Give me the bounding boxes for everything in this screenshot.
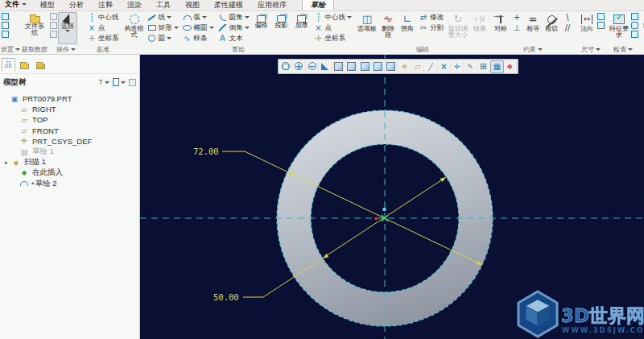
group-label-constrain[interactable]: 约束 bbox=[490, 44, 576, 54]
tree-item-sketch-2[interactable]: * 草绘 2 bbox=[3, 179, 139, 189]
tree-filter-button[interactable]: T bbox=[99, 78, 110, 86]
tree-item-csys[interactable]: PRT_CSYS_DEF bbox=[3, 136, 139, 147]
baseline-dimension-icon[interactable] bbox=[597, 22, 605, 29]
dimension-value-inner[interactable]: 50.00 bbox=[213, 292, 239, 302]
construction-mode-button[interactable]: 构造模式 bbox=[124, 12, 145, 39]
tree-collapse-button[interactable] bbox=[129, 79, 136, 86]
display-style-icon[interactable] bbox=[332, 60, 345, 73]
spline-button[interactable]: ∿ 样条 bbox=[181, 33, 216, 43]
group-label-inspect[interactable]: 检查 bbox=[606, 44, 640, 54]
group-label-operations[interactable]: 操作 bbox=[48, 44, 84, 54]
tree-item-part[interactable]: PRT0079.PRT bbox=[3, 93, 139, 104]
vertex-handle[interactable] bbox=[383, 208, 386, 211]
divide-button[interactable]: ✂ 分割 bbox=[417, 23, 445, 33]
modify-button[interactable]: ⇄ 修改 bbox=[417, 12, 445, 23]
setup-icon-3[interactable] bbox=[2, 31, 9, 38]
symmetric-button[interactable]: 对称 bbox=[492, 12, 510, 32]
perspective-view-icon[interactable] bbox=[385, 60, 398, 73]
setup-icon-2[interactable] bbox=[2, 22, 9, 29]
annotation-display-icon[interactable] bbox=[464, 60, 477, 73]
corner-button[interactable]: ∟ 拐角 bbox=[398, 12, 416, 32]
palette-button[interactable]: ◫ 选项板 bbox=[357, 12, 378, 32]
group-label-dimension[interactable]: 尺寸 bbox=[576, 44, 606, 54]
construction-point-button[interactable]: × 点 bbox=[312, 23, 354, 33]
perimeter-dimension-icon[interactable] bbox=[597, 13, 605, 20]
ribbon-tab[interactable]: 视图 bbox=[178, 0, 207, 10]
project-button[interactable]: 投影 bbox=[272, 12, 291, 29]
tree-item-insert-here[interactable]: 在此插入 bbox=[3, 167, 139, 178]
ribbon-tab[interactable]: 渲染 bbox=[120, 0, 149, 10]
mirror-button[interactable]: 镜像 bbox=[471, 12, 489, 32]
setup-icon-1[interactable] bbox=[2, 13, 9, 20]
rotate-resize-button[interactable]: ↻ 旋转调整大小 bbox=[446, 12, 470, 39]
vertical-constraint-button[interactable]: + bbox=[510, 12, 523, 23]
plane-display-icon[interactable] bbox=[411, 60, 424, 73]
ribbon-tab[interactable]: 工具 bbox=[149, 0, 178, 10]
saved-orientations-icon[interactable] bbox=[345, 60, 358, 73]
sketch-view-icon[interactable] bbox=[477, 60, 490, 73]
designate-icon[interactable] bbox=[504, 60, 517, 73]
overlapping-geometry-icon[interactable] bbox=[631, 31, 638, 38]
view-manager-icon[interactable] bbox=[358, 60, 371, 73]
line-button[interactable]: 线 bbox=[146, 12, 180, 23]
midpoint-constraint-button[interactable]: \ bbox=[561, 12, 574, 23]
parallel-constraint-button[interactable]: // bbox=[561, 23, 574, 33]
file-system-button[interactable]: 文件系统 bbox=[23, 12, 47, 37]
tree-item-top-plane[interactable]: TOP bbox=[3, 114, 139, 125]
normal-dimension-button[interactable]: ↔ 法向 bbox=[577, 12, 597, 32]
model-tree-tab[interactable]: 品 bbox=[2, 58, 15, 72]
tree-settings-button[interactable] bbox=[113, 78, 126, 86]
ribbon-tab[interactable]: 分析 bbox=[62, 0, 91, 10]
ribbon-tab[interactable]: 注释 bbox=[91, 0, 120, 10]
zoom-out-icon[interactable] bbox=[306, 60, 319, 73]
perpendicular-constraint-button[interactable]: ⊥ bbox=[510, 23, 523, 33]
point-marker[interactable] bbox=[374, 217, 378, 221]
tree-item-front-plane[interactable]: FRONT bbox=[3, 126, 139, 136]
highlight-open-ends-icon[interactable] bbox=[631, 13, 638, 20]
arc-button[interactable]: 弧 bbox=[181, 12, 216, 23]
tangent-button[interactable]: 相切 bbox=[543, 12, 560, 32]
delete-segment-button[interactable]: ∿ 删除段 bbox=[378, 12, 398, 39]
ellipse-button[interactable]: 椭圆 bbox=[181, 23, 216, 33]
refit-icon[interactable] bbox=[279, 60, 292, 73]
section-view-icon[interactable] bbox=[372, 60, 385, 73]
ribbon-tab[interactable]: 应用程序 bbox=[250, 0, 294, 10]
offset-button[interactable]: 偏移 bbox=[252, 12, 271, 29]
repaint-icon[interactable] bbox=[319, 60, 332, 73]
csys-button[interactable]: ✛ 坐标系 bbox=[85, 33, 121, 43]
folder-browser-tab[interactable] bbox=[18, 58, 31, 72]
tree-item-right-plane[interactable]: RIGHT bbox=[3, 104, 139, 114]
sketcher-display-filters-icon[interactable] bbox=[490, 60, 503, 73]
dimension-inner-diameter[interactable] bbox=[243, 177, 446, 297]
axis-display-icon[interactable] bbox=[424, 60, 437, 73]
tree-item-sketch-1[interactable]: 草绘 1 bbox=[3, 147, 139, 157]
group-label-setup[interactable]: 设置 bbox=[0, 44, 21, 54]
dimension-value-outer[interactable]: 72.00 bbox=[193, 147, 219, 156]
expand-arrow-icon[interactable] bbox=[5, 159, 11, 166]
graphics-area[interactable]: 72.00 50.00 bbox=[140, 55, 644, 339]
select-button[interactable]: 选择 bbox=[58, 12, 77, 44]
tab-sketch-active[interactable]: 草绘 bbox=[302, 0, 334, 10]
ribbon-tab[interactable]: 柔性建模 bbox=[207, 0, 250, 10]
feature-requirements-button[interactable]: 特征要求 bbox=[608, 12, 630, 39]
point-button[interactable]: × 点 bbox=[85, 23, 121, 33]
tree-item-sweep-1[interactable]: 扫描 1 bbox=[3, 157, 139, 167]
fillet-button[interactable]: 圆角 bbox=[217, 12, 251, 23]
centerline-button[interactable]: ┆ 中心线 bbox=[85, 12, 121, 23]
rectangle-button[interactable]: 矩形 bbox=[146, 23, 180, 33]
datum-display-icon[interactable] bbox=[398, 60, 411, 73]
chamfer-button[interactable]: 倒角 bbox=[217, 23, 251, 33]
favorites-tab[interactable] bbox=[34, 58, 47, 72]
shade-closed-loops-icon[interactable] bbox=[631, 22, 638, 29]
construction-csys-button[interactable]: ✛ 坐标系 bbox=[312, 33, 354, 43]
ribbon-tab[interactable]: 模型 bbox=[33, 0, 62, 10]
text-button[interactable]: A 文本 bbox=[217, 33, 251, 43]
construction-centerline-button[interactable]: ┆ 中心线 bbox=[312, 12, 354, 23]
file-menu-button[interactable]: 文件 bbox=[0, 0, 33, 10]
csys-display-icon[interactable] bbox=[451, 60, 464, 73]
thicken-button[interactable]: 加厚 bbox=[292, 12, 312, 29]
zoom-in-icon[interactable] bbox=[292, 60, 305, 73]
equal-button[interactable]: = 相等 bbox=[524, 12, 542, 32]
point-display-icon[interactable] bbox=[438, 60, 451, 73]
circle-button[interactable]: 圆 bbox=[146, 33, 180, 43]
